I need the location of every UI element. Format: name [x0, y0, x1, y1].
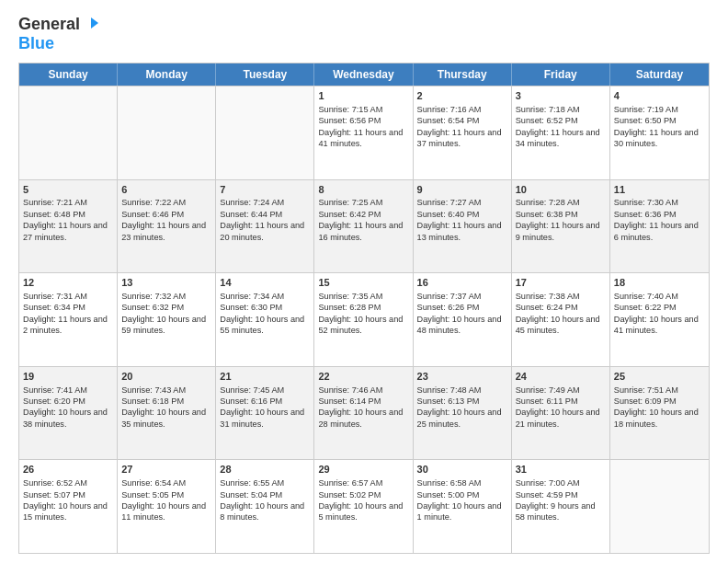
day-cell-4: 4Sunrise: 7:19 AM Sunset: 6:50 PM Daylig…: [610, 86, 709, 179]
day-number: 20: [121, 370, 211, 384]
day-number: 12: [23, 276, 113, 290]
day-number: 24: [516, 370, 606, 384]
week-row-1: 1Sunrise: 7:15 AM Sunset: 6:56 PM Daylig…: [19, 86, 709, 179]
day-cell-15: 15Sunrise: 7:35 AM Sunset: 6:28 PM Dayli…: [314, 273, 413, 366]
day-cell-1: 1Sunrise: 7:15 AM Sunset: 6:56 PM Daylig…: [314, 86, 413, 179]
day-cell-31: 31Sunrise: 7:00 AM Sunset: 4:59 PM Dayli…: [512, 460, 610, 553]
week-row-4: 19Sunrise: 7:41 AM Sunset: 6:20 PM Dayli…: [19, 366, 709, 460]
day-cell-9: 9Sunrise: 7:27 AM Sunset: 6:40 PM Daylig…: [414, 180, 512, 273]
logo-flag-icon: [82, 16, 100, 34]
day-info-text: Sunrise: 7:15 AM Sunset: 6:56 PM Dayligh…: [318, 104, 408, 150]
day-number: 7: [220, 183, 310, 197]
calendar-body: 1Sunrise: 7:15 AM Sunset: 6:56 PM Daylig…: [19, 86, 709, 553]
day-number: 27: [121, 463, 211, 477]
day-header-sunday: Sunday: [19, 63, 118, 86]
week-row-3: 12Sunrise: 7:31 AM Sunset: 6:34 PM Dayli…: [19, 272, 709, 366]
day-cell-20: 20Sunrise: 7:43 AM Sunset: 6:18 PM Dayli…: [118, 367, 216, 460]
day-cell-empty-0-2: [216, 86, 314, 179]
svg-marker-0: [91, 17, 98, 29]
week-row-5: 26Sunrise: 6:52 AM Sunset: 5:07 PM Dayli…: [19, 459, 709, 553]
day-header-thursday: Thursday: [414, 63, 512, 86]
day-number: 16: [417, 276, 507, 290]
day-cell-11: 11Sunrise: 7:30 AM Sunset: 6:36 PM Dayli…: [610, 180, 709, 273]
logo-general-text: General: [18, 15, 80, 34]
day-header-friday: Friday: [512, 63, 610, 86]
day-info-text: Sunrise: 7:43 AM Sunset: 6:18 PM Dayligh…: [121, 385, 211, 431]
day-info-text: Sunrise: 7:41 AM Sunset: 6:20 PM Dayligh…: [23, 385, 113, 431]
day-number: 1: [318, 89, 408, 103]
day-info-text: Sunrise: 7:00 AM Sunset: 4:59 PM Dayligh…: [516, 477, 606, 523]
day-info-text: Sunrise: 6:52 AM Sunset: 5:07 PM Dayligh…: [23, 477, 113, 523]
logo-blue-text: Blue: [18, 34, 54, 52]
day-info-text: Sunrise: 7:40 AM Sunset: 6:22 PM Dayligh…: [614, 291, 705, 337]
day-info-text: Sunrise: 7:37 AM Sunset: 6:26 PM Dayligh…: [417, 291, 507, 337]
day-cell-17: 17Sunrise: 7:38 AM Sunset: 6:24 PM Dayli…: [512, 273, 610, 366]
day-number: 30: [417, 463, 507, 477]
day-number: 10: [516, 183, 606, 197]
day-number: 17: [516, 276, 606, 290]
day-number: 11: [614, 183, 705, 197]
header: General Blue: [18, 15, 710, 53]
week-row-2: 5Sunrise: 7:21 AM Sunset: 6:48 PM Daylig…: [19, 179, 709, 273]
calendar: SundayMondayTuesdayWednesdayThursdayFrid…: [18, 63, 710, 554]
day-cell-6: 6Sunrise: 7:22 AM Sunset: 6:46 PM Daylig…: [118, 180, 216, 273]
day-info-text: Sunrise: 6:55 AM Sunset: 5:04 PM Dayligh…: [220, 477, 310, 523]
day-number: 14: [220, 276, 310, 290]
day-info-text: Sunrise: 7:25 AM Sunset: 6:42 PM Dayligh…: [318, 197, 408, 243]
day-number: 29: [318, 463, 408, 477]
day-info-text: Sunrise: 7:28 AM Sunset: 6:38 PM Dayligh…: [516, 197, 606, 243]
day-cell-25: 25Sunrise: 7:51 AM Sunset: 6:09 PM Dayli…: [610, 367, 709, 460]
day-cell-27: 27Sunrise: 6:54 AM Sunset: 5:05 PM Dayli…: [118, 460, 216, 553]
day-cell-8: 8Sunrise: 7:25 AM Sunset: 6:42 PM Daylig…: [314, 180, 413, 273]
day-info-text: Sunrise: 7:22 AM Sunset: 6:46 PM Dayligh…: [121, 197, 211, 243]
day-info-text: Sunrise: 7:46 AM Sunset: 6:14 PM Dayligh…: [318, 385, 408, 431]
day-cell-empty-4-6: [610, 460, 709, 553]
day-info-text: Sunrise: 7:24 AM Sunset: 6:44 PM Dayligh…: [220, 197, 310, 243]
day-cell-21: 21Sunrise: 7:45 AM Sunset: 6:16 PM Dayli…: [216, 367, 314, 460]
day-cell-empty-0-0: [19, 86, 118, 179]
day-number: 15: [318, 276, 408, 290]
day-info-text: Sunrise: 7:35 AM Sunset: 6:28 PM Dayligh…: [318, 291, 408, 337]
day-cell-23: 23Sunrise: 7:48 AM Sunset: 6:13 PM Dayli…: [414, 367, 512, 460]
day-number: 19: [23, 370, 113, 384]
day-number: 9: [417, 183, 507, 197]
day-cell-5: 5Sunrise: 7:21 AM Sunset: 6:48 PM Daylig…: [19, 180, 118, 273]
day-info-text: Sunrise: 7:27 AM Sunset: 6:40 PM Dayligh…: [417, 197, 507, 243]
day-cell-10: 10Sunrise: 7:28 AM Sunset: 6:38 PM Dayli…: [512, 180, 610, 273]
day-number: 6: [121, 183, 211, 197]
day-cell-24: 24Sunrise: 7:49 AM Sunset: 6:11 PM Dayli…: [512, 367, 610, 460]
day-number: 22: [318, 370, 408, 384]
day-cell-30: 30Sunrise: 6:58 AM Sunset: 5:00 PM Dayli…: [414, 460, 512, 553]
day-cell-14: 14Sunrise: 7:34 AM Sunset: 6:30 PM Dayli…: [216, 273, 314, 366]
day-info-text: Sunrise: 6:57 AM Sunset: 5:02 PM Dayligh…: [318, 477, 408, 523]
day-number: 2: [417, 89, 507, 103]
day-number: 8: [318, 183, 408, 197]
day-number: 18: [614, 276, 705, 290]
day-cell-13: 13Sunrise: 7:32 AM Sunset: 6:32 PM Dayli…: [118, 273, 216, 366]
day-cell-22: 22Sunrise: 7:46 AM Sunset: 6:14 PM Dayli…: [314, 367, 413, 460]
day-number: 23: [417, 370, 507, 384]
day-cell-29: 29Sunrise: 6:57 AM Sunset: 5:02 PM Dayli…: [314, 460, 413, 553]
day-info-text: Sunrise: 7:30 AM Sunset: 6:36 PM Dayligh…: [614, 197, 705, 243]
day-info-text: Sunrise: 7:21 AM Sunset: 6:48 PM Dayligh…: [23, 197, 113, 243]
day-info-text: Sunrise: 6:58 AM Sunset: 5:00 PM Dayligh…: [417, 477, 507, 523]
day-cell-26: 26Sunrise: 6:52 AM Sunset: 5:07 PM Dayli…: [19, 460, 118, 553]
day-number: 5: [23, 183, 113, 197]
day-info-text: Sunrise: 7:18 AM Sunset: 6:52 PM Dayligh…: [516, 104, 606, 150]
day-number: 13: [121, 276, 211, 290]
logo: General Blue: [18, 15, 100, 53]
day-info-text: Sunrise: 7:38 AM Sunset: 6:24 PM Dayligh…: [516, 291, 606, 337]
day-info-text: Sunrise: 7:32 AM Sunset: 6:32 PM Dayligh…: [121, 291, 211, 337]
day-number: 3: [516, 89, 606, 103]
day-number: 26: [23, 463, 113, 477]
day-number: 28: [220, 463, 310, 477]
day-cell-18: 18Sunrise: 7:40 AM Sunset: 6:22 PM Dayli…: [610, 273, 709, 366]
day-info-text: Sunrise: 7:49 AM Sunset: 6:11 PM Dayligh…: [516, 385, 606, 431]
day-info-text: Sunrise: 7:45 AM Sunset: 6:16 PM Dayligh…: [220, 385, 310, 431]
day-info-text: Sunrise: 7:48 AM Sunset: 6:13 PM Dayligh…: [417, 385, 507, 431]
day-cell-12: 12Sunrise: 7:31 AM Sunset: 6:34 PM Dayli…: [19, 273, 118, 366]
day-header-wednesday: Wednesday: [314, 63, 413, 86]
day-header-monday: Monday: [118, 63, 216, 86]
day-number: 31: [516, 463, 606, 477]
day-info-text: Sunrise: 7:19 AM Sunset: 6:50 PM Dayligh…: [614, 104, 705, 150]
